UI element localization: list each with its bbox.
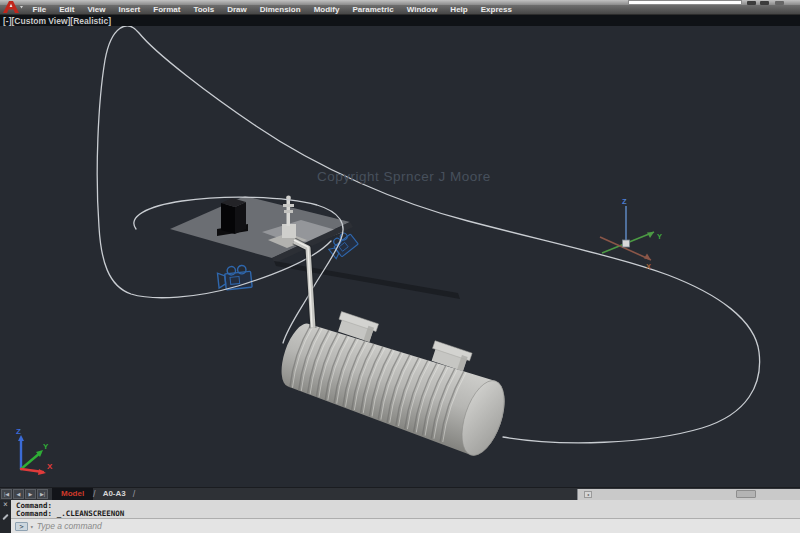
command-side-strip: ×	[0, 500, 11, 533]
command-input-placeholder[interactable]: Type a command	[37, 521, 102, 531]
command-history-line: Command:	[16, 502, 800, 510]
menu-format[interactable]: Format	[147, 5, 187, 14]
command-prompt-icon: >	[15, 522, 28, 531]
viewport-controls-label[interactable]: [-][Custom View][Realistic]	[3, 16, 111, 26]
menu-file[interactable]: File	[26, 5, 53, 14]
ucs-y-label: Y	[43, 442, 49, 451]
menu-dimension[interactable]: Dimension	[253, 5, 307, 14]
menu-draw[interactable]: Draw	[221, 5, 254, 14]
tab-nav-first-button[interactable]: |◀	[1, 489, 12, 499]
menu-window[interactable]: Window	[400, 5, 444, 14]
model-viewport[interactable]: Z Y X Z Y X Copyright Sprncer J Moore	[0, 26, 800, 487]
scrollbar-thumb[interactable]	[736, 490, 756, 498]
ucs-x-label: X	[47, 462, 53, 471]
autocad-logo-button[interactable]	[0, 0, 24, 15]
tab-nav-prev-button[interactable]: ◀	[13, 489, 24, 499]
wrench-icon[interactable]	[2, 514, 8, 520]
axis-y-label: Y	[657, 232, 662, 241]
tab-nav-last-button[interactable]: ▶|	[37, 489, 48, 499]
command-history[interactable]: Command: Command: _.CLEANSCREENON	[11, 500, 800, 519]
menu-view[interactable]: View	[81, 5, 112, 14]
axis-z-label: Z	[622, 197, 627, 206]
axis-triad: Z Y X	[600, 197, 662, 271]
menu-help[interactable]: Help	[444, 5, 474, 14]
viewport-top-strip: [-][Custom View][Realistic]	[0, 15, 800, 26]
close-icon[interactable]: ×	[0, 500, 11, 510]
command-history-line: Command: _.CLEANSCREENON	[16, 510, 800, 518]
menu-modify[interactable]: Modify	[307, 5, 346, 14]
command-input-row[interactable]: > ▾ Type a command	[11, 519, 800, 533]
ucs-z-label: Z	[16, 427, 21, 436]
command-line-panel: × Command: Command: _.CLEANSCREENON > ▾ …	[0, 500, 800, 533]
scroll-left-icon[interactable]: ◂	[584, 491, 592, 498]
tab-nav-next-button[interactable]: ▶	[25, 489, 36, 499]
axis-x-label: X	[646, 262, 651, 271]
copyright-watermark: Copyright Sprncer J Moore	[317, 169, 491, 184]
ucs-icon: Z Y X	[16, 427, 53, 475]
menu-express[interactable]: Express	[474, 5, 518, 14]
tab-separator: /	[133, 489, 136, 499]
tab-model[interactable]: Model	[52, 488, 93, 500]
autocad-window: File Edit View Insert Format Tools Draw …	[0, 0, 800, 533]
scene-canvas: Z Y X Z Y X	[0, 26, 800, 487]
layout-scrollbar[interactable]: ◂	[577, 489, 800, 500]
layout-tab-bar: |◀ ◀ ▶ ▶| Model / A0-A3 / ◂	[0, 487, 800, 500]
control-cabinet[interactable]	[217, 198, 248, 236]
tab-a0-a3[interactable]: A0-A3	[96, 488, 133, 500]
menu-parametric[interactable]: Parametric	[346, 5, 400, 14]
menu-tools[interactable]: Tools	[187, 5, 221, 14]
chevron-down-icon[interactable]: ▾	[30, 523, 34, 530]
menu-edit[interactable]: Edit	[53, 5, 81, 14]
logo-dropdown-icon	[20, 6, 23, 9]
menu-bar: File Edit View Insert Format Tools Draw …	[0, 5, 800, 15]
menu-insert[interactable]: Insert	[112, 5, 147, 14]
